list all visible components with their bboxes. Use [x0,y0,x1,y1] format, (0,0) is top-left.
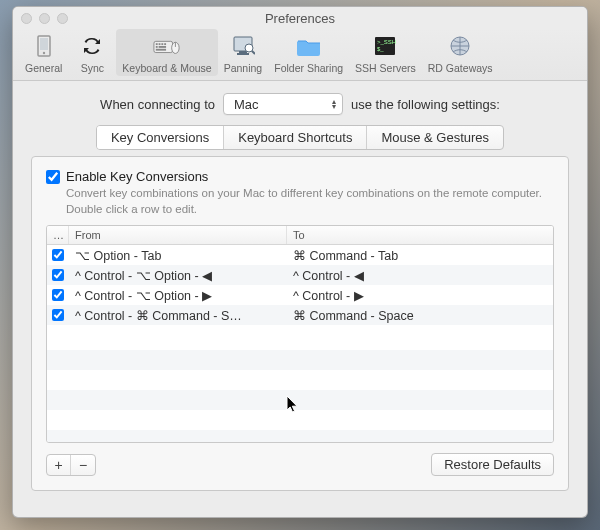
restore-defaults-button[interactable]: Restore Defaults [431,453,554,476]
cell-to: ^ Control - ▶ [287,288,553,303]
ssh-icon: >_SSH$_ [371,33,399,59]
row-enabled-checkbox[interactable] [52,289,64,301]
key-conversions-panel: Enable Key Conversions Convert key combi… [31,156,569,491]
col-enabled[interactable]: … [47,226,69,244]
table-header: … From To [47,226,553,245]
svg-rect-5 [159,43,161,45]
settings-tabs: Key Conversions Keyboard Shortcuts Mouse… [96,125,504,150]
cell-to: ⌘ Command - Space [287,308,553,323]
svg-rect-8 [156,46,158,48]
toolbar-label: General [25,62,62,74]
cell-to: ⌘ Command - Tab [287,248,553,263]
conversions-table: … From To ⌥ Option - Tab ⌘ Command - Tab… [46,225,554,443]
connect-target-value: Mac [234,97,259,112]
cell-to: ^ Control - ◀ [287,268,553,283]
cell-from: ⌥ Option - Tab [69,248,287,263]
connect-row: When connecting to Mac ▴▾ use the follow… [31,93,569,115]
svg-text:>_SSH: >_SSH [377,39,396,45]
folder-icon [295,33,323,59]
add-button[interactable]: + [47,455,71,475]
cell-from: ^ Control - ⌥ Option - ◀ [69,268,287,283]
add-remove-stepper: + − [46,454,96,476]
close-window-button[interactable] [21,13,32,24]
svg-rect-6 [161,43,163,45]
toolbar-item-rd-gateways[interactable]: RD Gateways [422,29,499,76]
empty-rows [47,330,553,442]
table-row[interactable]: ^ Control - ⌥ Option - ◀ ^ Control - ◀ [47,265,553,285]
table-body: ⌥ Option - Tab ⌘ Command - Tab ^ Control… [47,245,553,325]
toolbar-item-sync[interactable]: Sync [68,29,116,76]
panning-icon [229,33,257,59]
connect-target-select[interactable]: Mac ▴▾ [223,93,343,115]
toolbar-label: Folder Sharing [274,62,343,74]
row-enabled-checkbox[interactable] [52,249,64,261]
svg-rect-4 [156,43,158,45]
globe-icon [446,33,474,59]
tab-keyboard-shortcuts[interactable]: Keyboard Shortcuts [224,126,367,149]
preferences-window: Preferences General Sync Keyboard & Mous… [12,6,588,518]
connect-prefix: When connecting to [100,97,215,112]
keyboard-mouse-icon [153,33,181,59]
enable-title: Enable Key Conversions [66,169,208,184]
table-row[interactable]: ^ Control - ⌥ Option - ▶ ^ Control - ▶ [47,285,553,305]
content-area: When connecting to Mac ▴▾ use the follow… [13,81,587,491]
remove-button[interactable]: − [71,455,95,475]
cell-from: ^ Control - ⌘ Command - S… [69,308,287,323]
toolbar-label: Panning [224,62,263,74]
svg-rect-10 [156,49,166,51]
row-enabled-checkbox[interactable] [52,309,64,321]
window-title: Preferences [21,11,579,26]
row-enabled-checkbox[interactable] [52,269,64,281]
toolbar-item-general[interactable]: General [19,29,68,76]
svg-rect-15 [237,53,249,55]
toolbar-label: Sync [81,62,104,74]
svg-line-17 [252,51,255,54]
tab-mouse-gestures[interactable]: Mouse & Gestures [367,126,503,149]
select-arrows-icon: ▴▾ [332,99,336,109]
toolbar-item-ssh-servers[interactable]: >_SSH$_ SSH Servers [349,29,422,76]
col-from[interactable]: From [69,226,287,244]
general-icon [30,33,58,59]
toolbar-label: Keyboard & Mouse [122,62,211,74]
enable-description: Convert key combinations on your Mac to … [66,186,554,217]
traffic-lights [21,13,68,24]
toolbar-item-folder-sharing[interactable]: Folder Sharing [268,29,349,76]
toolbar-item-keyboard-mouse[interactable]: Keyboard & Mouse [116,29,217,76]
sync-icon [78,33,106,59]
preferences-toolbar: General Sync Keyboard & Mouse Panning Fo… [13,29,587,81]
enable-row: Enable Key Conversions [46,169,554,184]
minimize-window-button[interactable] [39,13,50,24]
cell-from: ^ Control - ⌥ Option - ▶ [69,288,287,303]
panel-footer: + − Restore Defaults [46,453,554,476]
enable-key-conversions-checkbox[interactable] [46,170,60,184]
toolbar-label: RD Gateways [428,62,493,74]
connect-suffix: use the following settings: [351,97,500,112]
toolbar-item-panning[interactable]: Panning [218,29,269,76]
svg-rect-7 [164,43,166,45]
svg-text:$_: $_ [377,46,384,52]
zoom-window-button[interactable] [57,13,68,24]
table-row[interactable]: ⌥ Option - Tab ⌘ Command - Tab [47,245,553,265]
table-row[interactable]: ^ Control - ⌘ Command - S… ⌘ Command - S… [47,305,553,325]
svg-rect-14 [239,51,247,53]
svg-point-2 [42,52,44,54]
svg-rect-9 [159,46,166,48]
svg-rect-1 [40,38,48,50]
tab-key-conversions[interactable]: Key Conversions [97,126,224,149]
titlebar: Preferences [13,7,587,29]
toolbar-label: SSH Servers [355,62,416,74]
svg-point-16 [245,44,253,52]
col-to[interactable]: To [287,226,553,244]
